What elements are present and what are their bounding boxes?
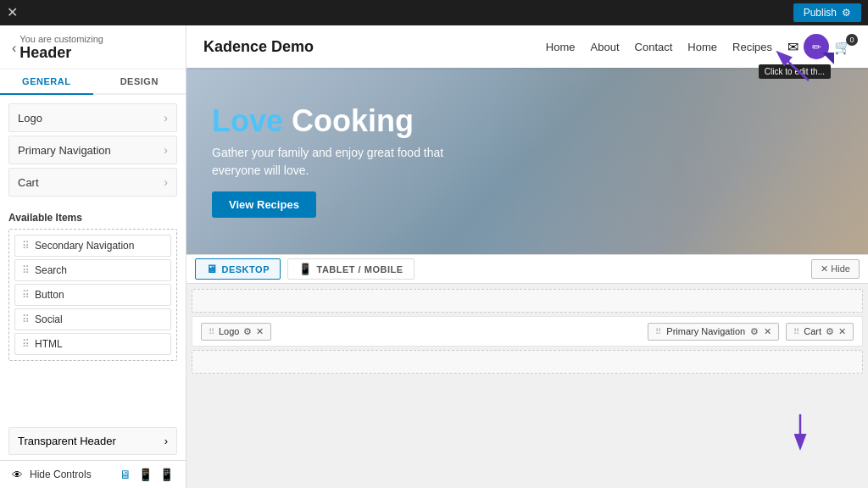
nav-link-about[interactable]: About <box>591 41 620 53</box>
hero-subtitle: Gather your family and enjoy great food … <box>212 144 483 180</box>
nav-item-primary-navigation[interactable]: Primary Navigation › <box>8 136 177 164</box>
svg-line-1 <box>779 53 809 80</box>
main-layout: ‹ You are customizing Header GENERAL DES… <box>0 25 868 488</box>
chevron-right-icon: › <box>164 435 168 447</box>
customizing-label: You are customizing <box>19 34 103 44</box>
mobile-icon[interactable]: 📱 <box>159 468 174 481</box>
drag-handle-icon: ⠿ <box>22 313 30 325</box>
nav-items-list: Logo › Primary Navigation › Cart › <box>0 95 186 205</box>
available-items-section: Available Items ⠿ Secondary Navigation ⠿… <box>0 205 186 427</box>
tab-general[interactable]: GENERAL <box>0 69 93 95</box>
hero-title-highlight: Love <box>212 103 283 138</box>
hero-cta-button[interactable]: View Recipes <box>212 191 316 218</box>
drag-handle-icon: ⠿ <box>793 327 799 336</box>
tab-design[interactable]: DESIGN <box>93 69 186 93</box>
desktop-tab-label: DESKTOP <box>222 264 270 274</box>
chevron-right-icon: › <box>164 175 168 189</box>
close-button[interactable]: ✕ <box>7 6 18 19</box>
available-item-html[interactable]: ⠿ HTML <box>14 333 171 355</box>
header-title: Header <box>19 44 103 62</box>
hide-button[interactable]: ✕ Hide <box>811 259 860 279</box>
available-item-secondary-navigation[interactable]: ⠿ Secondary Navigation <box>14 235 171 257</box>
available-item-search[interactable]: ⠿ Search <box>14 259 171 281</box>
hero-title-rest: Cooking <box>283 103 414 138</box>
builder-primary-nav-gear-icon[interactable]: ⚙ <box>750 326 759 337</box>
site-header-preview: Kadence Demo Home About Contact Home Rec… <box>186 25 868 68</box>
drag-handle-icon: ⠿ <box>22 240 30 252</box>
builder-canvas: ⠿ Logo ⚙ ✕ ⠿ Primary Navigation ⚙ ✕ ⠿ Ca… <box>186 284 868 379</box>
builder-item-cart: ⠿ Cart ⚙ ✕ <box>786 323 854 341</box>
drag-handle-icon: ⠿ <box>22 289 30 301</box>
nav-item-logo[interactable]: Logo › <box>8 103 177 132</box>
available-items-list: ⠿ Secondary Navigation ⠿ Search ⠿ Button… <box>8 229 177 361</box>
hero-content: Love Cooking Gather your family and enjo… <box>186 87 509 236</box>
hide-controls-bar[interactable]: 👁 Hide Controls 🖥 📱 📱 <box>0 460 186 488</box>
builder-logo-gear-icon[interactable]: ⚙ <box>243 326 252 337</box>
drag-handle-icon: ⠿ <box>209 327 214 336</box>
desktop-icon[interactable]: 🖥 <box>120 468 131 481</box>
builder-primary-nav-remove-icon[interactable]: ✕ <box>764 326 771 337</box>
edit-arrow-indicator <box>766 47 817 89</box>
site-logo: Kadence Demo <box>203 38 314 56</box>
nav-item-cart[interactable]: Cart › <box>8 168 177 197</box>
publish-label: Publish <box>804 7 837 19</box>
chevron-right-icon: › <box>164 143 168 157</box>
builder-row-bottom <box>192 350 863 374</box>
nav-item-transparent-header[interactable]: Transparent Header › <box>8 427 177 455</box>
builder-items-row: ⠿ Logo ⚙ ✕ ⠿ Primary Navigation ⚙ ✕ ⠿ Ca… <box>192 316 863 347</box>
sidebar: ‹ You are customizing Header GENERAL DES… <box>0 25 186 488</box>
publish-button[interactable]: Publish ⚙ <box>793 3 861 22</box>
available-item-button[interactable]: ⠿ Button <box>14 284 171 306</box>
nav-link-home2[interactable]: Home <box>687 41 717 53</box>
available-item-social[interactable]: ⠿ Social <box>14 308 171 330</box>
cart-icon[interactable]: 🛒0 <box>834 39 851 55</box>
back-button[interactable]: ‹ <box>12 41 16 56</box>
tab-tablet-mobile[interactable]: 📱 TABLET / MOBILE <box>287 258 415 280</box>
hero-section: Love Cooking Gather your family and enjo… <box>186 68 868 254</box>
builder-item-logo: ⠿ Logo ⚙ ✕ <box>201 323 271 341</box>
sidebar-tabs: GENERAL DESIGN <box>0 69 186 95</box>
hero-title: Love Cooking <box>212 104 483 138</box>
desktop-tab-icon: 🖥 <box>206 263 218 275</box>
tablet-tab-icon: 📱 <box>298 263 313 275</box>
builder-logo-remove-icon[interactable]: ✕ <box>256 326 264 337</box>
drag-handle-icon: ⠿ <box>655 327 661 336</box>
drag-handle-icon: ⠿ <box>22 338 30 350</box>
tablet-tab-label: TABLET / MOBILE <box>316 264 403 274</box>
cart-badge: 0 <box>846 34 858 46</box>
down-arrow-indicator <box>779 410 821 452</box>
builder-item-primary-navigation: ⠿ Primary Navigation ⚙ ✕ <box>648 323 779 341</box>
chevron-right-icon: › <box>164 111 168 125</box>
nav-link-home[interactable]: Home <box>546 41 576 53</box>
drag-handle-icon: ⠿ <box>22 264 30 276</box>
builder-primary-nav-label: Primary Navigation <box>666 326 745 336</box>
sidebar-header: ‹ You are customizing Header <box>0 25 186 69</box>
nav-link-contact[interactable]: Contact <box>635 41 673 53</box>
hide-controls-label: Hide Controls <box>30 469 92 480</box>
builder-cart-label: Cart <box>804 326 821 336</box>
publish-gear-icon: ⚙ <box>842 7 851 19</box>
builder-cart-remove-icon[interactable]: ✕ <box>838 326 846 337</box>
builder-logo-label: Logo <box>219 326 239 336</box>
available-items-title: Available Items <box>8 212 177 224</box>
builder-row-top <box>192 289 863 313</box>
builder-cart-gear-icon[interactable]: ⚙ <box>826 326 834 337</box>
builder-toolbar: 🖥 DESKTOP 📱 TABLET / MOBILE ✕ Hide <box>186 254 868 284</box>
tablet-icon[interactable]: 📱 <box>138 468 153 481</box>
tab-desktop[interactable]: 🖥 DESKTOP <box>195 258 281 280</box>
eye-icon: 👁 <box>12 469 23 481</box>
device-icons: 🖥 📱 📱 <box>120 468 174 481</box>
top-bar: ✕ Publish ⚙ <box>0 0 868 25</box>
content-area: Kadence Demo Home About Contact Home Rec… <box>186 25 868 488</box>
